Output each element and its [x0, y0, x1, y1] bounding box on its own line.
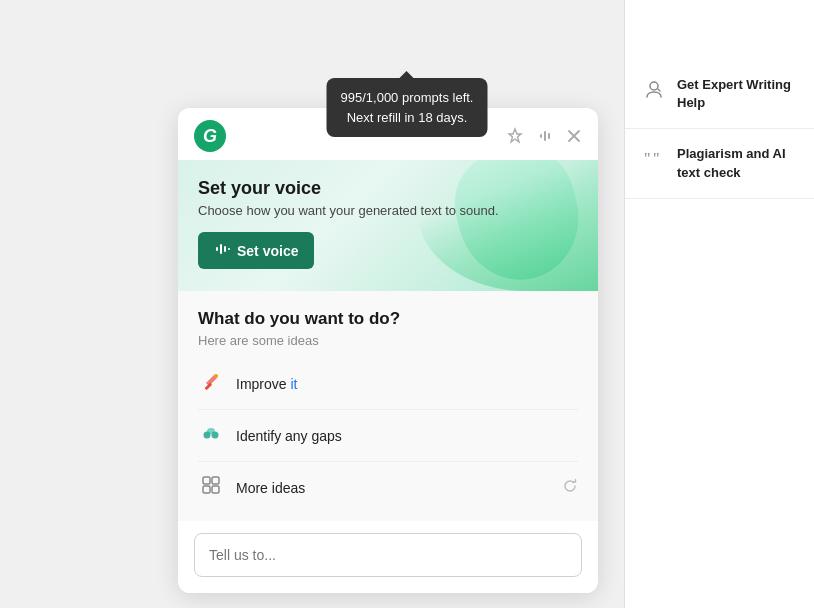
svg-rect-16	[212, 486, 219, 493]
svg-rect-14	[212, 477, 219, 484]
idea-label-improve: Improve it	[236, 376, 297, 392]
what-section: What do you want to do? Here are some id…	[178, 291, 598, 521]
tooltip-line1: 995/1,000 prompts left.	[341, 90, 474, 105]
idea-item-more[interactable]: More ideas	[198, 462, 578, 513]
writing-help-label: Get Expert Writing Help	[677, 76, 796, 112]
svg-rect-5	[220, 244, 222, 254]
tell-us-input[interactable]	[194, 533, 582, 577]
tell-us-section	[178, 521, 598, 593]
svg-text:": "	[653, 150, 660, 167]
svg-point-9	[214, 374, 218, 378]
card-header: G	[178, 108, 598, 160]
what-title: What do you want to do?	[198, 309, 578, 329]
plagiarism-icon: " "	[643, 147, 665, 174]
svg-rect-7	[228, 248, 230, 250]
svg-point-17	[650, 82, 658, 90]
sidebar-item-plagiarism[interactable]: " " Plagiarism and AI text check	[625, 129, 814, 198]
idea-label-gaps: Identify any gaps	[236, 428, 342, 444]
svg-rect-2	[544, 131, 546, 141]
svg-rect-6	[224, 246, 226, 252]
right-sidebar: Get Expert Writing Help " " Plagiarism a…	[624, 0, 814, 608]
idea-item-gaps[interactable]: Identify any gaps	[198, 410, 578, 462]
set-voice-section: Set your voice Choose how you want your …	[178, 160, 598, 291]
refresh-icon[interactable]	[562, 478, 578, 498]
sidebar-item-writing-help[interactable]: Get Expert Writing Help	[625, 60, 814, 129]
set-voice-btn-icon	[214, 241, 230, 260]
gaps-icon	[198, 423, 224, 448]
set-voice-subtitle: Choose how you want your generated text …	[198, 203, 578, 218]
set-voice-button[interactable]: Set voice	[198, 232, 314, 269]
svg-rect-4	[216, 247, 218, 251]
svg-rect-13	[203, 477, 210, 484]
svg-point-12	[207, 428, 215, 434]
svg-text:": "	[644, 150, 651, 167]
what-subtitle: Here are some ideas	[198, 333, 578, 348]
improve-icon	[198, 371, 224, 396]
set-voice-btn-label: Set voice	[237, 243, 298, 259]
grammarly-logo: G	[194, 120, 226, 152]
main-card: G Set your	[178, 108, 598, 593]
svg-rect-1	[540, 134, 542, 138]
set-voice-title: Set your voice	[198, 178, 578, 199]
plagiarism-label: Plagiarism and AI text check	[677, 145, 796, 181]
more-ideas-icon	[198, 475, 224, 500]
card-header-icons	[506, 127, 582, 145]
writing-help-icon	[643, 78, 665, 105]
idea-label-more: More ideas	[236, 480, 305, 496]
audio-icon[interactable]	[536, 127, 554, 145]
svg-rect-3	[548, 133, 550, 139]
grammarly-logo-letter: G	[203, 126, 217, 147]
close-icon[interactable]	[566, 128, 582, 144]
pin-icon[interactable]	[506, 127, 524, 145]
idea-item-improve[interactable]: Improve it	[198, 358, 578, 410]
svg-rect-15	[203, 486, 210, 493]
